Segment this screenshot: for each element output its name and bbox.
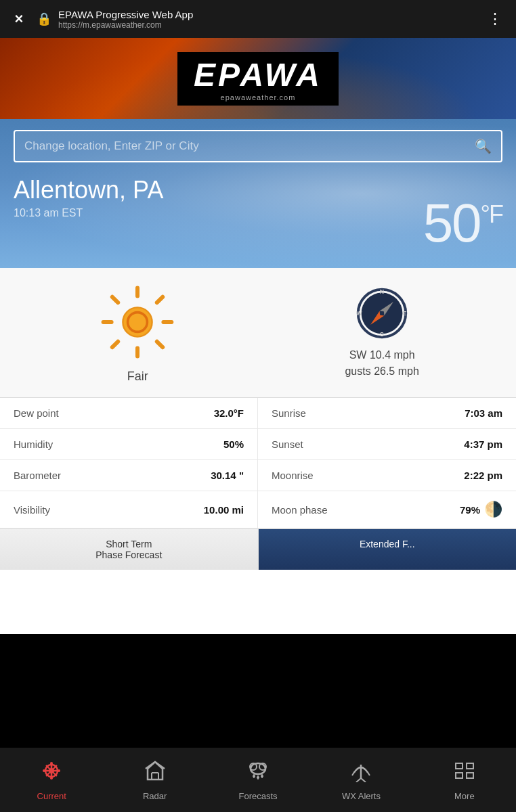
- detail-label-barometer: Barometer: [14, 470, 61, 481]
- detail-dew-point: Dew point 32.0°F: [0, 398, 258, 429]
- nav-item-wx-alerts[interactable]: WX Alerts: [309, 748, 412, 812]
- svg-line-4: [112, 297, 118, 302]
- moon-phase-value-container: 79% 🌗: [460, 501, 502, 518]
- logo-subtitle: epawaweather.com: [194, 93, 322, 102]
- nav-label-forecasts: Forecasts: [238, 791, 277, 801]
- detail-sunrise: Sunrise 7:03 am: [258, 398, 516, 429]
- browser-chrome: × 🔒 EPAWA Progressive Web App https://m.…: [0, 0, 516, 38]
- detail-barometer: Barometer 30.14 ": [0, 460, 258, 491]
- detail-value-moon-phase: 79%: [460, 504, 480, 516]
- radar-icon: [144, 759, 167, 787]
- search-icon: 🔍: [475, 138, 492, 154]
- browser-title: EPAWA Progressive Web App: [58, 9, 475, 20]
- nav-label-wx-alerts: WX Alerts: [342, 791, 381, 801]
- temperature-unit: °F: [481, 200, 502, 228]
- detail-label-visibility: Visibility: [14, 504, 50, 516]
- browser-lock-icon: 🔒: [37, 12, 51, 26]
- detail-visibility: Visibility 10.00 mi: [0, 491, 258, 528]
- svg-text:S: S: [380, 330, 384, 337]
- svg-line-32: [146, 762, 155, 769]
- sun-icon: [97, 281, 178, 363]
- detail-label-moonrise: Moonrise: [272, 470, 314, 481]
- detail-label-humidity: Humidity: [14, 438, 53, 450]
- detail-value-moonrise: 2:22 pm: [464, 470, 502, 481]
- wx-alerts-icon: [349, 759, 372, 787]
- svg-text:N: N: [380, 288, 384, 295]
- svg-line-33: [155, 762, 165, 769]
- browser-title-area: EPAWA Progressive Web App https://m.epaw…: [58, 9, 475, 30]
- svg-point-23: [49, 768, 54, 773]
- tab-extended[interactable]: Extended F...: [259, 529, 517, 570]
- details-grid: Dew point 32.0°F Sunrise 7:03 am Humidit…: [0, 398, 516, 528]
- svg-rect-49: [467, 773, 473, 778]
- search-input[interactable]: [24, 139, 475, 153]
- detail-label-sunset: Sunset: [272, 438, 303, 450]
- detail-value-sunrise: 7:03 am: [465, 407, 502, 419]
- nav-label-radar: Radar: [143, 791, 167, 801]
- svg-rect-47: [467, 763, 473, 769]
- nav-label-more: More: [454, 791, 475, 801]
- detail-label-moon-phase: Moon phase: [272, 504, 328, 516]
- wind-details: SW 10.4 mph gusts 26.5 mph: [345, 347, 418, 380]
- svg-point-26: [43, 769, 45, 772]
- weather-main: 🔍 Allentown, PA 10:13 am EST 50°F: [0, 119, 516, 268]
- svg-marker-28: [148, 762, 163, 780]
- svg-point-27: [58, 769, 60, 772]
- detail-humidity: Humidity 50%: [0, 429, 258, 460]
- detail-value-visibility: 10.00 mi: [204, 504, 244, 516]
- wind-direction: SW: [349, 349, 367, 361]
- svg-line-45: [361, 778, 366, 782]
- nav-item-radar[interactable]: Radar: [103, 748, 206, 812]
- svg-line-44: [356, 778, 361, 782]
- current-icon: [40, 759, 63, 787]
- more-icon: [453, 759, 476, 787]
- nav-label-current: Current: [37, 791, 66, 801]
- nav-item-more[interactable]: More: [413, 748, 516, 812]
- bottom-nav: Current Radar: [0, 748, 516, 812]
- nav-item-forecasts[interactable]: Forecasts: [207, 748, 309, 812]
- detail-moonrise: Moonrise 2:22 pm: [258, 460, 516, 491]
- svg-rect-46: [456, 763, 463, 769]
- svg-point-25: [50, 777, 53, 780]
- temperature-value: 50: [423, 193, 481, 253]
- detail-value-humidity: 50%: [223, 438, 244, 450]
- detail-moon-phase: Moon phase 79% 🌗: [258, 491, 516, 528]
- header-banner: EPAWA epawaweather.com: [0, 38, 516, 119]
- wind-speed-line: SW 10.4 mph: [345, 347, 418, 363]
- svg-line-6: [157, 297, 163, 302]
- wind-section: N S E W SW 10.4 mph gusts 26.5 mph: [345, 286, 418, 380]
- detail-sunset: Sunset 4:37 pm: [258, 429, 516, 460]
- svg-point-24: [50, 762, 53, 765]
- sun-condition-section: Fair: [97, 281, 178, 384]
- nav-item-current[interactable]: Current: [0, 748, 103, 812]
- svg-point-34: [251, 763, 265, 774]
- moon-phase-icon: 🌗: [484, 501, 502, 518]
- detail-value-sunset: 4:37 pm: [464, 438, 502, 450]
- svg-line-7: [112, 342, 118, 347]
- detail-value-barometer: 30.14 ": [211, 470, 244, 481]
- conditions-panel: Fair N S E W SW: [0, 268, 516, 398]
- temperature-display: 50°F: [423, 192, 502, 254]
- svg-text:E: E: [403, 310, 407, 317]
- browser-menu-button[interactable]: ⋮: [482, 7, 508, 30]
- svg-point-11: [362, 292, 403, 334]
- app-content: EPAWA epawaweather.com 🔍 Allentown, PA 1…: [0, 38, 516, 634]
- browser-close-button[interactable]: ×: [8, 10, 30, 28]
- condition-label: Fair: [127, 369, 148, 384]
- browser-url: https://m.epawaweather.com: [58, 20, 475, 30]
- compass-icon: N S E W: [355, 286, 409, 340]
- detail-value-dew-point: 32.0°F: [214, 407, 244, 419]
- svg-rect-48: [456, 773, 463, 778]
- svg-line-5: [157, 342, 163, 347]
- forecasts-icon: [246, 759, 270, 787]
- content-tabs-strip: Short TermPhase Forecast Extended F...: [0, 528, 516, 570]
- detail-label-dew-point: Dew point: [14, 407, 59, 419]
- tab-short-term[interactable]: Short TermPhase Forecast: [0, 529, 259, 570]
- svg-text:W: W: [356, 310, 362, 317]
- wind-gusts: gusts 26.5 mph: [345, 363, 418, 380]
- app-logo: EPAWA epawaweather.com: [177, 52, 339, 106]
- search-box[interactable]: 🔍: [14, 130, 502, 162]
- detail-label-sunrise: Sunrise: [272, 407, 306, 419]
